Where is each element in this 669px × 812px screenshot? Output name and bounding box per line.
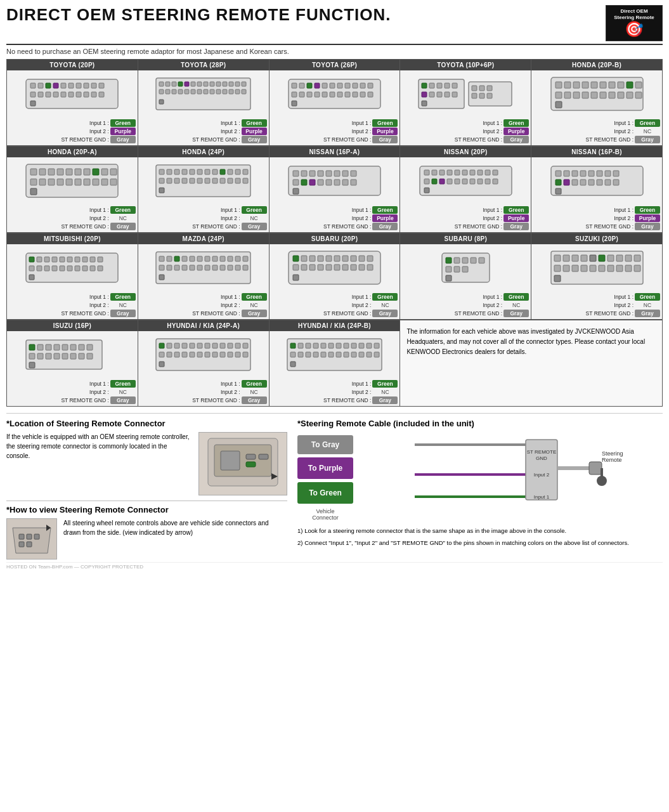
- connector-svg-nissan-16pa: [285, 161, 384, 200]
- cell-header-subaru-20p: SUBARU (20P): [270, 233, 400, 244]
- svg-rect-161: [228, 178, 233, 183]
- svg-rect-214: [555, 180, 561, 185]
- cell-honda-24p: HONDA (24P): [138, 147, 270, 233]
- svg-rect-346: [174, 343, 179, 348]
- svg-rect-44: [204, 89, 208, 94]
- svg-rect-148: [220, 169, 225, 174]
- gnd-row: ST REMOTE GND : Gray: [9, 136, 136, 143]
- svg-rect-277: [334, 256, 340, 261]
- cell-body: [400, 157, 531, 204]
- svg-rect-258: [159, 265, 164, 270]
- svg-rect-150: [235, 169, 240, 174]
- svg-rect-273: [301, 256, 307, 261]
- svg-rect-332: [79, 344, 84, 350]
- svg-rect-73: [360, 92, 365, 97]
- svg-rect-272: [293, 256, 299, 261]
- svg-rect-9: [91, 83, 96, 88]
- cell-info: Input 1 : Green Input 2 : Purple ST REMO…: [138, 117, 269, 145]
- input2-row: Input 2 : Purple: [9, 128, 136, 135]
- svg-rect-86: [452, 92, 457, 97]
- svg-rect-23: [159, 82, 164, 86]
- svg-rect-365: [228, 352, 233, 357]
- svg-rect-196: [439, 179, 445, 184]
- cell-header-toyota-26p: TOYOTA (26P): [270, 60, 400, 70]
- svg-rect-377: [344, 343, 349, 348]
- svg-rect-204: [424, 188, 429, 193]
- svg-rect-279: [351, 256, 356, 261]
- svg-rect-268: [235, 265, 240, 270]
- svg-rect-232: [90, 257, 95, 262]
- svg-rect-291: [367, 265, 373, 270]
- svg-rect-98: [573, 82, 580, 88]
- cell-info: Input 1 : Green Input 2 : NC ST REMOTE G…: [138, 378, 269, 406]
- svg-rect-308: [590, 255, 596, 261]
- gnd-row: ST REMOTE GND : Gray: [9, 310, 136, 317]
- cell-suzuki-20p: SUZUKI (20P): [531, 233, 663, 320]
- svg-rect-274: [309, 256, 315, 261]
- svg-rect-206: [555, 171, 561, 176]
- svg-rect-37: [159, 89, 164, 94]
- location-content: If the vehicle is equipped with an OEM s…: [6, 432, 287, 495]
- svg-rect-179: [334, 180, 340, 185]
- cell-info: Input 1 : Green Input 2 : NC ST REMOTE G…: [270, 291, 400, 319]
- svg-rect-315: [563, 265, 569, 272]
- cell-info: Input 1 : Green Input 2 : Purple ST REMO…: [270, 204, 400, 232]
- svg-rect-184: [424, 170, 429, 175]
- svg-rect-43: [197, 89, 202, 94]
- svg-marker-402: [13, 528, 51, 553]
- input1-row: Input 1 : Green: [140, 293, 267, 301]
- svg-rect-141: [167, 169, 172, 174]
- svg-rect-238: [60, 266, 65, 271]
- svg-rect-118: [30, 169, 37, 175]
- svg-rect-270: [159, 275, 164, 280]
- svg-rect-331: [70, 344, 76, 350]
- svg-rect-233: [98, 257, 103, 262]
- input1-row: Input 1 : Green: [9, 380, 136, 388]
- cell-body: [7, 70, 138, 117]
- cell-header-honda-20pb: HONDA (20P-B): [531, 60, 662, 70]
- connector-svg-honda-20pa: [23, 161, 121, 200]
- svg-rect-210: [588, 171, 594, 176]
- svg-rect-140: [159, 169, 164, 174]
- svg-rect-4: [53, 83, 58, 88]
- logo-box: Direct OEM Steering Remote 🎯: [606, 5, 663, 41]
- svg-rect-307: [581, 255, 587, 261]
- cell-mazda-24p: MAZDA (24P): [138, 233, 270, 320]
- bottom-sections: *Location of Steering Remote Connector I…: [6, 413, 663, 560]
- svg-rect-310: [607, 255, 614, 261]
- cell-hyundai-24pb: HYUNDAI / KIA (24P-B): [270, 320, 401, 407]
- svg-rect-34: [229, 82, 233, 86]
- svg-rect-195: [432, 179, 437, 184]
- input1-row: Input 1 : Green: [402, 293, 529, 301]
- svg-rect-264: [205, 265, 210, 270]
- cell-body: [138, 331, 269, 378]
- svg-rect-15: [61, 92, 66, 97]
- bottom-note-1: 1) Look for a steering remote connector …: [297, 526, 663, 535]
- input2-row: Input 2 : NC: [9, 301, 136, 309]
- svg-rect-1: [30, 83, 36, 88]
- gnd-row: ST REMOTE GND : Gray: [402, 310, 529, 317]
- svg-rect-364: [220, 352, 225, 357]
- svg-rect-18: [84, 92, 89, 97]
- input1-row: Input 1 : Green: [402, 206, 529, 214]
- input1-row: Input 1 : Green: [140, 119, 267, 127]
- svg-rect-26: [178, 82, 183, 86]
- svg-rect-380: [367, 343, 372, 348]
- svg-rect-83: [429, 92, 434, 97]
- svg-rect-48: [229, 89, 233, 94]
- svg-rect-125: [93, 169, 99, 175]
- cell-info: Input 1 : Green Input 2 : NC ST REMOTE G…: [7, 378, 138, 406]
- svg-rect-246: [159, 256, 164, 261]
- svg-rect-418: [589, 462, 602, 475]
- svg-rect-138: [30, 188, 37, 195]
- cell-info: Input 1 : Green Input 2 : NC ST REMOTE G…: [400, 291, 531, 319]
- svg-rect-5: [61, 83, 66, 88]
- connector-grid-row4: ISUZU (16P): [6, 320, 663, 407]
- input2-row: Input 2 : NC: [140, 388, 267, 396]
- gnd-row: ST REMOTE GND : Gray: [9, 396, 136, 404]
- svg-rect-218: [588, 180, 594, 185]
- svg-rect-355: [243, 343, 248, 348]
- input2-row: Input 2 : Purple: [140, 128, 267, 135]
- plug-purple: To Purple: [297, 457, 353, 479]
- bottom-notes: 1) Look for a steering remote connector …: [297, 526, 663, 547]
